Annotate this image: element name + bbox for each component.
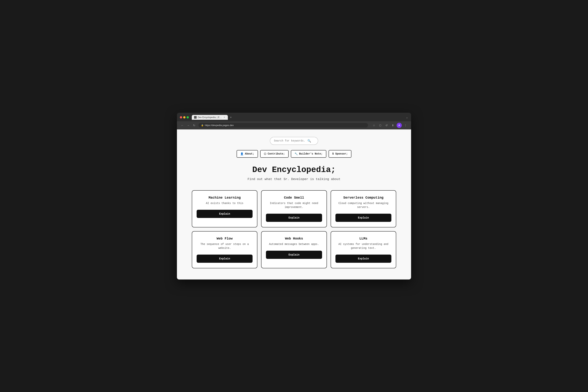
security-lock-icon: 🔒: [201, 124, 204, 126]
tab-title: Dev Encyclopedia; | Encyclop...: [198, 116, 222, 119]
builders-note-label: Builder's Note;: [299, 152, 323, 155]
search-box: 🔍: [270, 137, 318, 145]
extensions-button[interactable]: ⬡: [378, 123, 383, 128]
new-tab-button[interactable]: +: [229, 115, 233, 120]
download-button[interactable]: ⬇: [390, 123, 395, 128]
card-web-flow: Web Flow The sequence of user steps on a…: [192, 231, 257, 268]
card-title: Web Flow: [217, 237, 233, 240]
builders-note-button[interactable]: 🔧 Builder's Note;: [291, 150, 326, 158]
minimize-window-button[interactable]: [183, 116, 186, 118]
card-serverless-computing: Serverless Computing Cloud computing wit…: [331, 190, 396, 228]
address-bar: ← → ↻ 🔒 https://devpedia.pages.dev ☆ ⬡ ↺…: [177, 121, 411, 130]
explain-web-flow-button[interactable]: Explain: [197, 254, 253, 263]
nav-links: 👤 About; ⬡ Contribute; 🔧 Builder's Note;…: [188, 150, 400, 158]
sponsor-button[interactable]: $ Sponsor;: [328, 150, 352, 158]
bookmark-button[interactable]: ☆: [371, 123, 376, 128]
tab-dropdown-button[interactable]: ⌄: [406, 116, 408, 119]
explain-code-smell-button[interactable]: Explain: [266, 214, 322, 222]
nav-buttons: ← → ↻: [180, 123, 197, 128]
card-desc: Automated messages between apps.: [269, 242, 319, 246]
tab-close-button[interactable]: ✕: [223, 116, 226, 119]
cards-grid: Machine Learning AI exists thanks to thi…: [192, 190, 396, 268]
sponsor-label: Sponsor;: [335, 152, 348, 155]
search-input[interactable]: [274, 139, 305, 142]
about-label: About;: [245, 152, 254, 155]
close-window-button[interactable]: [180, 116, 182, 118]
contribute-icon: ⬡: [264, 152, 266, 156]
traffic-lights: [180, 116, 189, 118]
search-container: 🔍: [188, 137, 400, 145]
browser-window: Dev Encyclopedia; | Encyclop... ✕ + ⌄ ← …: [177, 113, 411, 280]
card-desc: Cloud computing without managing servers…: [335, 202, 391, 209]
contribute-button[interactable]: ⬡ Contribute;: [260, 150, 289, 158]
hero-subtitle: Find out what that Sr. Developer is talk…: [188, 178, 400, 181]
profile-button[interactable]: A: [397, 123, 402, 128]
back-button[interactable]: ←: [180, 123, 185, 128]
url-text: https://devpedia.pages.dev: [205, 124, 234, 127]
tab-bar: Dev Encyclopedia; | Encyclop... ✕ + ⌄: [192, 115, 408, 120]
card-llms: LLMs AI systems for understanding and ge…: [331, 231, 396, 268]
maximize-window-button[interactable]: [187, 116, 189, 118]
sponsor-icon: $: [332, 152, 334, 155]
explain-web-hooks-button[interactable]: Explain: [266, 251, 322, 259]
card-title: LLMs: [359, 237, 367, 240]
explain-machine-learning-button[interactable]: Explain: [197, 210, 253, 218]
builders-note-icon: 🔧: [294, 152, 298, 156]
about-icon: 👤: [240, 152, 244, 156]
card-title: Code Smell: [284, 196, 304, 200]
refresh-button[interactable]: ↻: [192, 123, 197, 128]
card-title: Serverless Computing: [343, 196, 383, 200]
about-button[interactable]: 👤 About;: [237, 150, 258, 158]
browser-actions: ☆ ⬡ ↺ ⬇ A ⋮: [371, 123, 408, 128]
more-options-button[interactable]: ⋮: [403, 123, 408, 128]
card-desc: Indicators that code might need improvem…: [266, 202, 322, 209]
search-icon: 🔍: [307, 139, 311, 143]
sync-button[interactable]: ↺: [384, 123, 389, 128]
hero-title: Dev Encyclopedia;: [188, 165, 400, 174]
active-tab[interactable]: Dev Encyclopedia; | Encyclop... ✕: [192, 115, 228, 120]
hero-section: Dev Encyclopedia; Find out what that Sr.…: [188, 165, 400, 181]
explain-serverless-computing-button[interactable]: Explain: [335, 214, 391, 222]
card-desc: The sequence of user steps on a website.: [197, 242, 253, 250]
card-web-hooks: Web Hooks Automated messages between app…: [261, 231, 327, 268]
card-desc: AI systems for understanding and generat…: [335, 242, 391, 250]
forward-button[interactable]: →: [186, 123, 191, 128]
card-desc: AI exists thanks to this: [206, 202, 244, 205]
explain-llms-button[interactable]: Explain: [335, 254, 391, 263]
title-bar: Dev Encyclopedia; | Encyclop... ✕ + ⌄: [177, 113, 411, 121]
card-title: Web Hooks: [285, 237, 303, 240]
page-content: 🔍 👤 About; ⬡ Contribute; 🔧 Builder's Not…: [177, 130, 411, 280]
card-machine-learning: Machine Learning AI exists thanks to thi…: [192, 190, 257, 228]
card-code-smell: Code Smell Indicators that code might ne…: [261, 190, 327, 228]
browser-chrome: Dev Encyclopedia; | Encyclop... ✕ + ⌄ ← …: [177, 113, 411, 130]
card-title: Machine Learning: [209, 196, 241, 200]
contribute-label: Contribute;: [268, 152, 285, 155]
tab-favicon: [194, 116, 197, 119]
url-bar[interactable]: 🔒 https://devpedia.pages.dev: [199, 123, 368, 128]
